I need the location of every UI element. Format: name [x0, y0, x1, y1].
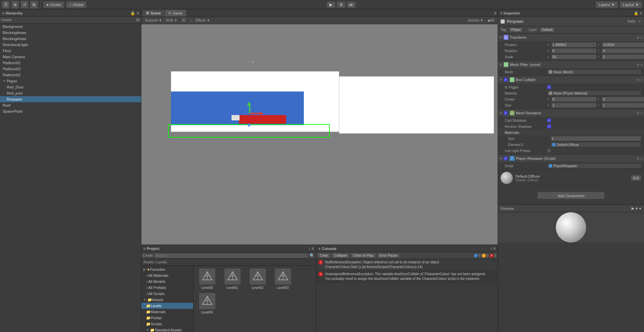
- mesh-renderer-enabled-checkbox[interactable]: ✓: [504, 111, 508, 115]
- hier-item-red-pool[interactable]: Red_pool: [0, 90, 141, 96]
- play-button[interactable]: ▶: [327, 1, 335, 8]
- mesh-filter-settings[interactable]: ⚙ ≡: [637, 63, 643, 67]
- mesh-ref[interactable]: None (Mesh): [547, 69, 641, 75]
- preview-dot1-icon[interactable]: ●: [636, 206, 638, 211]
- is-trigger-checkbox[interactable]: ✓: [547, 85, 551, 89]
- mesh-renderer-settings[interactable]: ⚙ ≡: [637, 111, 643, 115]
- scene-panel-menu-icon[interactable]: ≡: [494, 11, 496, 15]
- grid-icon[interactable]: ⊞: [30, 1, 38, 8]
- 2d-button[interactable]: 2D: [180, 19, 187, 22]
- pause-button[interactable]: ⏸: [337, 1, 346, 8]
- hier-item-platform01[interactable]: Platform01: [0, 60, 141, 66]
- position-x-input[interactable]: [551, 42, 597, 47]
- tree-item-assets[interactable]: ▼ 📁 Assets: [141, 297, 193, 303]
- player-respawn-header[interactable]: ▼ ✓ ⊙ Player Respawn (Script) ⚙ ≡: [498, 155, 644, 162]
- layer-dropdown[interactable]: Default: [540, 27, 555, 32]
- hier-item-blockingareas1[interactable]: BlockingAreas: [0, 30, 141, 36]
- element0-ref[interactable]: Default-Diffuse: [550, 142, 641, 147]
- console-menu-icon[interactable]: ↕ ≡: [490, 246, 496, 251]
- transform-header[interactable]: ▼ ⊞ Transform ⚙ ≡: [498, 34, 644, 41]
- script-ref[interactable]: PlayerRespawn: [547, 163, 641, 169]
- position-y-input[interactable]: [602, 42, 644, 47]
- asset-level03[interactable]: Level03: [272, 268, 294, 290]
- scene-view[interactable]: [141, 24, 498, 245]
- center-x-input[interactable]: [551, 97, 597, 102]
- console-entry-1[interactable]: ! NullReferenceException: Object referen…: [316, 259, 498, 271]
- hier-item-directionallight[interactable]: Directional light: [0, 42, 141, 48]
- layers-dropdown[interactable]: Layers ▼: [596, 1, 618, 8]
- hier-item-blockingareas2[interactable]: BlockingAreas: [0, 36, 141, 42]
- tree-item-levels[interactable]: 📁 Levels: [141, 303, 193, 309]
- player-respawn-enabled-checkbox[interactable]: ✓: [504, 156, 508, 160]
- error-pause-button[interactable]: Error Pause: [377, 253, 400, 258]
- preview-dot2-icon[interactable]: ●: [639, 206, 641, 211]
- hier-item-roof[interactable]: Roof: [0, 102, 141, 108]
- rgb-dropdown[interactable]: RGB ▼: [165, 19, 179, 22]
- add-component-button[interactable]: Add Component: [537, 192, 605, 199]
- hier-item-player[interactable]: ▼Player: [0, 78, 141, 84]
- box-collider-enabled-checkbox[interactable]: ✓: [504, 78, 508, 82]
- add-icon[interactable]: ⊕: [11, 1, 19, 8]
- clear-on-play-button[interactable]: Clear on Play: [351, 253, 376, 258]
- tree-item-all-models[interactable]: ○ All Models: [141, 279, 193, 285]
- scale-y-input[interactable]: [602, 54, 644, 60]
- tag-dropdown[interactable]: Player: [509, 27, 523, 32]
- sound-icon[interactable]: ♪: [188, 19, 193, 22]
- collapse-button[interactable]: Collapse: [332, 253, 350, 258]
- rotation-x-input[interactable]: [551, 48, 597, 53]
- console-entry-2[interactable]: ! UnassignedReferenceException: The vari…: [316, 271, 498, 283]
- mat-size-input[interactable]: [550, 136, 641, 141]
- asset-level04[interactable]: Level04: [196, 293, 218, 314]
- asset-level00[interactable]: Level00: [196, 268, 218, 290]
- asset-level02[interactable]: Level02: [247, 268, 269, 290]
- size-y-input[interactable]: [602, 103, 644, 108]
- mesh-filter-header[interactable]: ▼ ⊟ Mesh Filter: [none] ⚙ ≡: [498, 61, 644, 68]
- asset-level01[interactable]: Level01: [221, 268, 243, 290]
- tree-item-materials[interactable]: 📁 Materials: [141, 309, 193, 315]
- hier-item-background[interactable]: Background: [0, 24, 141, 30]
- shading-dropdown[interactable]: Textured ▼: [143, 19, 163, 22]
- project-search-input[interactable]: [154, 253, 308, 258]
- effects-dropdown[interactable]: Effects ▼: [194, 19, 211, 22]
- mesh-renderer-header[interactable]: ▼ ✓ ⊞ Mesh Renderer ⚙ ≡: [498, 109, 644, 117]
- tree-item-all-prefabs[interactable]: ○ All Prefabs: [141, 285, 193, 291]
- tree-item-all-materials[interactable]: ○ All Materials: [141, 272, 193, 279]
- hier-item-red-door[interactable]: Red_Door: [0, 84, 141, 90]
- hier-item-platfrom02b[interactable]: Platfrom02: [0, 72, 141, 78]
- hier-item-spawnpoint[interactable]: SpawnPoint: [0, 108, 141, 114]
- clear-button[interactable]: Clear: [318, 253, 330, 258]
- tab-scene[interactable]: ⊞ Scene: [143, 10, 164, 16]
- hier-item-respawn[interactable]: Respawn: [0, 96, 141, 102]
- step-button[interactable]: ⏭: [347, 1, 356, 8]
- preview-play-icon[interactable]: ▶: [632, 206, 634, 211]
- rotation-y-input[interactable]: [602, 48, 644, 53]
- tree-item-scripts[interactable]: 📁 Scripts: [141, 321, 193, 327]
- hier-item-platfrom02a[interactable]: Platfrom02: [0, 66, 141, 72]
- project-icons[interactable]: ↕ ≡: [309, 246, 314, 251]
- tree-item-favorites[interactable]: ▶ ★ Favorites: [141, 266, 193, 272]
- center-y-input[interactable]: [602, 97, 644, 102]
- cast-shadows-checkbox[interactable]: ✓: [547, 118, 551, 122]
- pivot-button[interactable]: ● Center: [43, 1, 64, 8]
- gizmos-dropdown[interactable]: Gizmos ▼: [466, 19, 485, 22]
- transform-settings[interactable]: ⚙ ≡: [637, 36, 643, 39]
- box-collider-header[interactable]: ▼ ✓ ⊡ Box Collider ⚙ ≡: [498, 76, 644, 83]
- scale-x-input[interactable]: [551, 54, 597, 60]
- hierarchy-menu-icon[interactable]: ≡: [137, 11, 139, 15]
- box-collider-settings[interactable]: ⚙ ≡: [637, 78, 643, 82]
- edit-button[interactable]: Edit: [631, 175, 641, 181]
- menu-icon[interactable]: ☰: [2, 1, 9, 8]
- hierarchy-lock-icon[interactable]: 🔒: [130, 11, 135, 15]
- space-button[interactable]: ○ Global: [66, 1, 86, 8]
- tab-game[interactable]: ⊙ Game: [165, 10, 186, 16]
- obj-active-checkbox[interactable]: [501, 20, 505, 24]
- tree-item-all-scripts[interactable]: ○ All Scripts: [141, 291, 193, 297]
- undo-icon[interactable]: ↺: [21, 1, 28, 8]
- create-label[interactable]: Create: [1, 18, 11, 22]
- layout-dropdown[interactable]: Layout ▼: [620, 1, 642, 8]
- inspector-icons[interactable]: 🔒 ≡: [634, 11, 642, 15]
- use-light-probes-checkbox[interactable]: [547, 149, 551, 153]
- tree-item-prefab[interactable]: 📁 Prefab: [141, 315, 193, 321]
- tree-item-standard-assets[interactable]: ▼ 📁 Standard Assets: [141, 327, 193, 332]
- project-create-label[interactable]: Create: [143, 254, 153, 257]
